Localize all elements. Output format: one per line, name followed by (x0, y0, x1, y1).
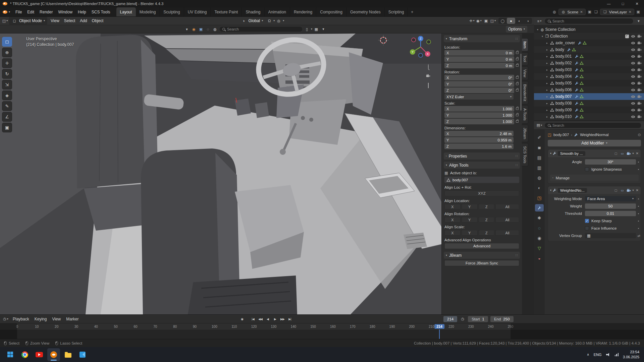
asset-grid-icon[interactable]: ▦ (313, 26, 319, 32)
workspace-tab-layout[interactable]: Layout (116, 7, 136, 16)
youtube-icon[interactable] (33, 348, 46, 361)
outliner-row-axle-cover[interactable]: ▸axle_cover (534, 40, 644, 46)
animate-dot-icon[interactable] (638, 228, 639, 229)
properties-tab-render[interactable]: ◙ (535, 144, 544, 151)
workspace-tab-uv-editing[interactable]: UV Editing (184, 7, 211, 16)
properties-tab-modifiers[interactable] (535, 204, 544, 212)
active-object-field[interactable]: body.007 (444, 177, 519, 183)
mode-dropdown[interactable]: ◻ Object Mode ▾ (9, 17, 47, 25)
viewport-menu-select[interactable]: Select (62, 17, 77, 24)
dimensions-z-field[interactable]: Z1.6 m (444, 143, 514, 149)
speaker-icon[interactable] (606, 353, 610, 356)
menu-window[interactable]: Window (55, 8, 75, 16)
chevron-down-icon[interactable]: ▾ (311, 28, 312, 31)
viewlayer-unlink-icon[interactable]: ✕ (629, 10, 631, 14)
rotation-mode-dropdown[interactable]: XYZ Euler▾ (444, 94, 514, 100)
viewport-menu-view[interactable]: View (48, 17, 62, 24)
render-camera-icon[interactable] (637, 88, 642, 92)
hide-eye-icon[interactable] (631, 68, 635, 71)
lock-icon[interactable] (516, 52, 519, 54)
expand-icon[interactable]: ▸ (545, 55, 549, 58)
transform-orientation-dropdown[interactable]: ◑ Global ▾ (238, 17, 265, 25)
expand-icon[interactable]: ▸ (545, 88, 549, 92)
render-camera-icon[interactable] (637, 48, 642, 51)
properties-tab-output[interactable]: ▤ (535, 154, 544, 161)
expand-icon[interactable]: ▸ (545, 95, 549, 98)
timeline-menu-keying[interactable]: Keying (32, 316, 50, 322)
align-loc-y-button[interactable]: Y (462, 204, 478, 209)
workspace-tab-compositing[interactable]: Compositing (316, 7, 346, 16)
outliner-row-body-009[interactable]: ▸body.009 (534, 107, 644, 113)
jump-to-start-button[interactable]: |◀ (250, 316, 256, 322)
timeline-menu-marker[interactable]: Marker (63, 316, 81, 322)
menu-edit[interactable]: Edit (24, 8, 37, 16)
lock-icon[interactable] (516, 108, 519, 110)
shading-material-preview-button[interactable]: ◐ (515, 18, 524, 24)
scene-browse-icon[interactable]: ◍ (552, 10, 557, 14)
properties-tab-world[interactable]: ◐ (535, 184, 544, 191)
align-loc-x-button[interactable]: X (444, 204, 461, 209)
hide-eye-icon[interactable] (631, 62, 635, 65)
hide-eye-icon[interactable] (631, 109, 635, 112)
expand-icon[interactable]: ▸ (545, 82, 549, 85)
menu-help[interactable]: Help (75, 8, 89, 16)
outliner-editor-icon[interactable]: ≡▾ (536, 18, 542, 24)
scale-z-field[interactable]: Z1.000 (444, 119, 514, 124)
lock-icon[interactable] (516, 76, 519, 79)
add-workspace-button[interactable]: + (408, 7, 416, 16)
align-rot-z-button[interactable]: Z (479, 217, 495, 223)
exclude-checkbox[interactable] (625, 35, 629, 38)
new-scene-icon[interactable]: ▣ (587, 10, 592, 14)
properties-tab-material[interactable]: ◒ (535, 254, 544, 262)
ignore-sharpness-checkbox[interactable]: Ignore Sharpness (585, 167, 636, 171)
properties-panel-header[interactable]: › Properties ∷ (444, 153, 520, 160)
minimize-button[interactable]: — (602, 0, 616, 7)
shading-dropdown-icon[interactable]: ◫▾ (490, 18, 496, 24)
align-scale-z-button[interactable]: Z (479, 230, 495, 236)
expand-icon[interactable]: ▸ (545, 75, 549, 78)
menu-scs-tools[interactable]: SCS Tools (89, 8, 113, 16)
hide-eye-icon[interactable] (631, 35, 635, 38)
animate-dot-icon[interactable] (638, 221, 639, 222)
network-icon[interactable] (615, 353, 619, 356)
outliner-row-body-008[interactable]: ▸body.008 (534, 100, 644, 107)
next-keyframe-button[interactable]: ▶▶ (279, 316, 286, 322)
vertex-group-field[interactable]: ▦ (585, 233, 636, 238)
modifier-header[interactable]: ▾ Smooth by ... ▢ ▭ ▾ ✕ (548, 149, 641, 157)
properties-editor-icon[interactable]: ▤▾ (536, 122, 542, 128)
weight-field[interactable]: 50 (585, 203, 636, 209)
filter-icon[interactable]: ▼ (320, 26, 326, 32)
rotation-x-field[interactable]: X0° (444, 75, 514, 80)
scene-unlink-icon[interactable]: ✕ (580, 10, 583, 14)
manage-subpanel-header[interactable]: › Manage (550, 175, 639, 181)
workspace-tab-rendering[interactable]: Rendering (290, 7, 316, 16)
modifier-header[interactable]: ▾ WeightedNo... ▢ ▭ ▾ ✕ (548, 186, 641, 194)
proportional-dropdown-icon[interactable]: ▾ (283, 19, 284, 22)
render-camera-icon[interactable] (637, 108, 642, 112)
align-loc-all-button[interactable]: All (495, 204, 519, 209)
transform-panel-header[interactable]: ▾ Transform ∷ (444, 35, 520, 42)
auto-keying-toggle[interactable]: ◉ (239, 316, 246, 322)
viewlayer-selector[interactable]: ❏ ViewLayer ✕ (600, 9, 634, 15)
brush-category-icon[interactable]: ◌ (205, 26, 211, 32)
file-explorer-icon[interactable] (62, 348, 74, 361)
end-frame-field[interactable]: End250 (490, 316, 514, 322)
outliner-search-input[interactable]: Search (544, 18, 634, 24)
start-button[interactable] (4, 348, 17, 361)
breadcrumb-modifier[interactable]: WeightedNormal (580, 133, 608, 137)
outliner-row-body-001[interactable]: ▸body.001 (534, 53, 644, 60)
cursor-tool[interactable]: ⊕ (2, 48, 12, 57)
show-overlays-icon[interactable]: ◉▾ (476, 18, 482, 24)
face-influence-checkbox[interactable]: Face Influence (585, 226, 636, 230)
render-camera-icon[interactable] (637, 41, 642, 45)
sidebar-tab-item[interactable]: Item (522, 38, 528, 51)
jump-to-end-button[interactable]: ▶| (286, 316, 293, 322)
close-icon[interactable]: ✕ (636, 152, 639, 155)
asset-search-input[interactable]: Search (219, 26, 303, 32)
workspace-tab-geometry-nodes[interactable]: Geometry Nodes (346, 7, 385, 16)
close-button[interactable]: ✕ (630, 0, 644, 7)
lock-icon[interactable] (516, 114, 519, 116)
menu-render[interactable]: Render (37, 8, 55, 16)
align-loc-z-button[interactable]: Z (479, 204, 495, 209)
outliner-row-collection[interactable]: ▾❒Collection (534, 33, 644, 40)
